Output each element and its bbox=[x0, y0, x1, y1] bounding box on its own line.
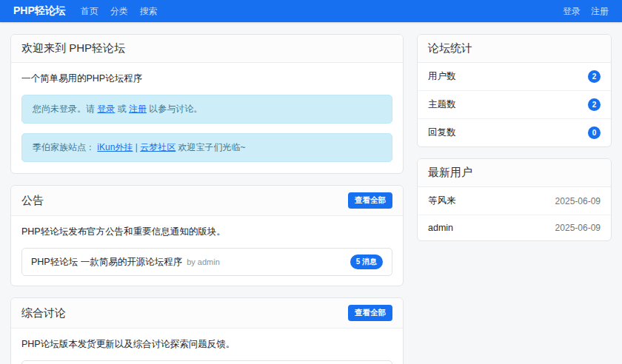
family-sites-alert: 季伯家族站点： iKun外挂 | 云梦社区 欢迎宝子们光临~ bbox=[21, 133, 392, 162]
forum-stats-card: 论坛统计 用户数 2 主题数 2 回复数 0 bbox=[417, 34, 612, 147]
thread-row[interactable]: PHP轻论坛 一款简易的开源论坛程序 by admin 5 消息 bbox=[21, 248, 392, 276]
board-description: PHP轻论坛发布官方公告和重要信息通知的版块。 bbox=[21, 226, 392, 238]
sidebar-column: 论坛统计 用户数 2 主题数 2 回复数 0 最新用户 bbox=[417, 34, 612, 252]
stat-row-replies: 回复数 0 bbox=[418, 119, 611, 146]
thread-row[interactable]: PHP轻论坛 v3.0 - 完全重构版开源 by admin 11 消息 bbox=[21, 360, 392, 364]
thread-author: by admin bbox=[187, 257, 220, 266]
alert-register-link[interactable]: 注册 bbox=[129, 104, 147, 114]
login-link[interactable]: 登录 bbox=[563, 5, 581, 18]
welcome-card: 欢迎来到 PHP轻论坛 一个简单易用的PHP论坛程序 您尚未登录。请 登录 或 … bbox=[10, 34, 404, 174]
stat-label: 用户数 bbox=[428, 70, 456, 83]
latest-users-list: 等风来 2025-06-09 admin 2025-06-09 bbox=[418, 187, 611, 240]
forum-stats-header: 论坛统计 bbox=[418, 35, 611, 63]
board-card-general-discussion: 综合讨论 查看全部 PHP论坛版本发货更新以及综合讨论探索问题反馈。 PHP轻论… bbox=[10, 297, 404, 364]
view-all-button[interactable]: 查看全部 bbox=[348, 305, 392, 321]
user-name: admin bbox=[428, 223, 453, 233]
user-row: admin 2025-06-09 bbox=[418, 215, 611, 240]
family-alert-text: 季伯家族站点： bbox=[33, 142, 97, 152]
board-title: 综合讨论 bbox=[21, 306, 66, 320]
user-join-date: 2025-06-09 bbox=[555, 196, 601, 206]
family-alert-text: 欢迎宝子们光临~ bbox=[175, 142, 245, 152]
forum-stats-title: 论坛统计 bbox=[428, 41, 472, 55]
thread-title[interactable]: PHP轻论坛 一款简易的开源论坛程序 bbox=[31, 256, 182, 269]
user-join-date: 2025-06-09 bbox=[555, 223, 601, 233]
user-row: 等风来 2025-06-09 bbox=[418, 187, 611, 215]
nav-item-search[interactable]: 搜索 bbox=[140, 5, 158, 18]
stat-value-badge: 2 bbox=[588, 70, 601, 83]
board-general-body: PHP论坛版本发货更新以及综合讨论探索问题反馈。 PHP轻论坛 v3.0 - 完… bbox=[11, 328, 403, 364]
brand-logo[interactable]: PHP轻论坛 bbox=[13, 4, 66, 18]
board-general-header: 综合讨论 查看全部 bbox=[11, 298, 403, 328]
login-alert-text: 以参与讨论。 bbox=[147, 104, 202, 114]
stat-value-badge: 2 bbox=[588, 98, 601, 111]
yunmeng-site-link[interactable]: 云梦社区 bbox=[140, 142, 175, 152]
latest-users-title: 最新用户 bbox=[428, 166, 472, 180]
alert-login-link[interactable]: 登录 bbox=[97, 104, 115, 114]
nav-item-categories[interactable]: 分类 bbox=[110, 5, 128, 18]
login-alert-text: 您尚未登录。请 bbox=[33, 104, 97, 114]
welcome-card-body: 一个简单易用的PHP论坛程序 您尚未登录。请 登录 或 注册 以参与讨论。 季伯… bbox=[11, 63, 403, 173]
main-container: 欢迎来到 PHP轻论坛 一个简单易用的PHP论坛程序 您尚未登录。请 登录 或 … bbox=[10, 34, 612, 364]
ikun-site-link[interactable]: iKun外挂 bbox=[97, 142, 133, 152]
nav-auth-links: 登录 注册 bbox=[563, 5, 609, 18]
nav-links: 首页 分类 搜索 bbox=[81, 5, 158, 18]
nav-item-home[interactable]: 首页 bbox=[81, 5, 98, 18]
welcome-subtitle: 一个简单易用的PHP论坛程序 bbox=[21, 73, 392, 85]
latest-users-card: 最新用户 等风来 2025-06-09 admin 2025-06-09 bbox=[417, 158, 612, 241]
welcome-card-header: 欢迎来到 PHP轻论坛 bbox=[11, 35, 403, 63]
stat-label: 主题数 bbox=[428, 98, 456, 111]
main-column: 欢迎来到 PHP轻论坛 一个简单易用的PHP论坛程序 您尚未登录。请 登录 或 … bbox=[10, 34, 404, 364]
user-name: 等风来 bbox=[428, 195, 456, 207]
family-alert-separator: | bbox=[133, 142, 140, 152]
login-alert-text: 或 bbox=[115, 104, 129, 114]
login-alert: 您尚未登录。请 登录 或 注册 以参与讨论。 bbox=[21, 95, 392, 124]
board-card-announcements: 公告 查看全部 PHP轻论坛发布官方公告和重要信息通知的版块。 PHP轻论坛 一… bbox=[10, 185, 404, 286]
thread-message-count-badge: 5 消息 bbox=[350, 255, 383, 269]
latest-users-header: 最新用户 bbox=[418, 159, 611, 187]
forum-stats-list: 用户数 2 主题数 2 回复数 0 bbox=[418, 63, 611, 146]
board-title: 公告 bbox=[21, 194, 44, 208]
view-all-button[interactable]: 查看全部 bbox=[348, 192, 392, 209]
board-announcements-body: PHP轻论坛发布官方公告和重要信息通知的版块。 PHP轻论坛 一款简易的开源论坛… bbox=[11, 216, 403, 286]
register-link[interactable]: 注册 bbox=[591, 5, 609, 18]
stat-row-users: 用户数 2 bbox=[418, 63, 611, 91]
stat-value-badge: 0 bbox=[588, 127, 601, 139]
stat-label: 回复数 bbox=[428, 127, 456, 139]
board-announcements-header: 公告 查看全部 bbox=[11, 186, 403, 216]
stat-row-topics: 主题数 2 bbox=[418, 91, 611, 119]
top-navbar: PHP轻论坛 首页 分类 搜索 登录 注册 bbox=[0, 0, 622, 22]
welcome-title: 欢迎来到 PHP轻论坛 bbox=[21, 41, 125, 55]
board-description: PHP论坛版本发货更新以及综合讨论探索问题反馈。 bbox=[21, 338, 392, 351]
